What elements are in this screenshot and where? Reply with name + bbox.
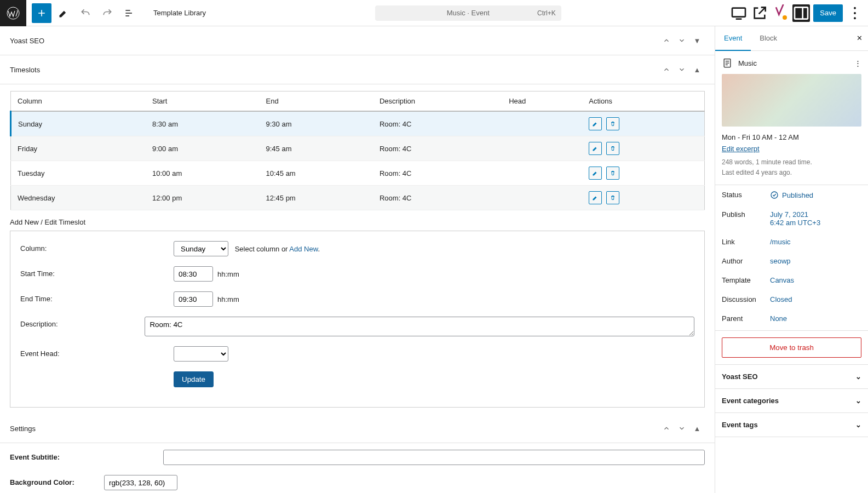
delete-row-button[interactable] xyxy=(606,117,619,130)
head-select[interactable] xyxy=(174,346,228,362)
cell-desc: Room: 4C xyxy=(373,111,502,136)
edit-excerpt-link[interactable]: Edit excerpt xyxy=(722,145,760,153)
undo-button[interactable] xyxy=(76,3,95,23)
page-icon xyxy=(722,58,733,68)
cell-end: 10:45 am xyxy=(259,161,372,186)
yoast-icon[interactable] xyxy=(772,4,789,22)
meta-words: 248 words, 1 minute read time. xyxy=(722,157,861,168)
chevron-down-icon[interactable] xyxy=(674,33,689,48)
publish-value[interactable]: July 7, 20216:42 am UTC+3 xyxy=(770,210,820,227)
bgcolor-label: Background Color: xyxy=(10,475,104,486)
template-library-link[interactable]: Template Library xyxy=(153,9,206,17)
column-select[interactable]: Sunday xyxy=(174,241,228,256)
view-button[interactable] xyxy=(730,4,748,22)
table-row[interactable]: Friday 9:00 am 9:45 am Room: 4C xyxy=(11,136,705,161)
start-input[interactable] xyxy=(174,266,213,282)
add-block-button[interactable] xyxy=(32,3,51,23)
table-row[interactable]: Wednesday 12:00 pm 12:45 pm Room: 4C xyxy=(11,186,705,210)
tab-event[interactable]: Event xyxy=(715,26,751,51)
sidebar: Event Block ✕ Music ⋮ Mon - Fri 10 AM - … xyxy=(715,26,868,493)
chevron-up-icon[interactable] xyxy=(659,33,674,48)
chevron-up-icon[interactable] xyxy=(659,62,674,77)
cell-start: 10:00 am xyxy=(146,161,259,186)
cell-column: Friday xyxy=(11,136,146,161)
edit-button[interactable] xyxy=(54,3,73,23)
save-button[interactable]: Save xyxy=(813,4,843,22)
template-key: Template xyxy=(722,276,770,284)
svg-point-2 xyxy=(783,15,787,20)
accordion-yoast[interactable]: Yoast SEO⌄ xyxy=(715,365,868,389)
excerpt-text: Mon - Fri 10 AM - 12 AM xyxy=(722,133,861,141)
yoast-panel-title: Yoast SEO xyxy=(10,37,44,45)
settings-panel-header: Settings ▲ xyxy=(0,414,715,443)
svg-point-4 xyxy=(854,7,856,9)
discussion-value[interactable]: Closed xyxy=(770,295,792,303)
collapse-icon[interactable]: ▼ xyxy=(689,33,705,48)
bgcolor-input[interactable] xyxy=(104,475,177,490)
subtitle-input[interactable] xyxy=(163,450,705,465)
topbar: Template Library Music · Event Ctrl+K Sa… xyxy=(0,0,868,26)
table-row[interactable]: Sunday 8:30 am 9:30 am Room: 4C xyxy=(11,111,705,136)
cell-column: Wednesday xyxy=(11,186,146,210)
update-button[interactable]: Update xyxy=(174,371,214,387)
collapse-icon[interactable]: ▲ xyxy=(689,421,705,436)
timeslots-table: Column Start End Description Head Action… xyxy=(10,91,705,210)
close-icon[interactable]: ✕ xyxy=(851,26,868,50)
yoast-panel-header: Yoast SEO ▼ xyxy=(0,26,715,55)
svg-rect-1 xyxy=(732,8,745,16)
cell-start: 9:00 am xyxy=(146,136,259,161)
sidebar-title: Music xyxy=(738,59,757,67)
chevron-down-icon: ⌄ xyxy=(855,421,861,429)
cell-desc: Room: 4C xyxy=(373,161,502,186)
delete-row-button[interactable] xyxy=(606,142,619,155)
edit-row-button[interactable] xyxy=(589,191,602,204)
cell-desc: Room: 4C xyxy=(373,186,502,210)
command-search[interactable]: Music · Event Ctrl+K xyxy=(375,5,561,21)
tab-block[interactable]: Block xyxy=(751,26,786,50)
th-head: Head xyxy=(502,91,582,112)
status-value[interactable]: Published xyxy=(770,191,813,199)
chevron-up-icon[interactable] xyxy=(659,421,674,436)
wordpress-logo[interactable] xyxy=(0,0,26,26)
table-row[interactable]: Tuesday 10:00 am 10:45 am Room: 4C xyxy=(11,161,705,186)
author-value[interactable]: seowp xyxy=(770,257,791,265)
cell-column: Sunday xyxy=(11,111,146,136)
trash-button[interactable]: Move to trash xyxy=(722,337,861,358)
chevron-down-icon[interactable] xyxy=(674,62,689,77)
sidebar-toggle-button[interactable] xyxy=(792,4,810,22)
subtitle-label: Event Subtitle: xyxy=(10,450,163,461)
head-label: Event Head: xyxy=(20,346,174,358)
column-hint: Select column or Add New. xyxy=(235,245,320,253)
main-content: Yoast SEO ▼ Timeslots ▲ Column Start End… xyxy=(0,26,715,493)
redo-button[interactable] xyxy=(97,3,117,23)
parent-value[interactable]: None xyxy=(770,314,787,323)
collapse-icon[interactable]: ▲ xyxy=(689,62,705,77)
end-input[interactable] xyxy=(174,291,213,307)
svg-point-6 xyxy=(854,17,856,19)
outline-button[interactable] xyxy=(119,3,139,23)
cell-column: Tuesday xyxy=(11,161,146,186)
chevron-down-icon[interactable] xyxy=(674,421,689,436)
add-new-link[interactable]: Add New xyxy=(289,245,318,253)
search-title: Music · Event xyxy=(447,9,490,17)
cell-end: 12:45 pm xyxy=(259,186,372,210)
check-circle-icon xyxy=(770,191,779,199)
edit-row-button[interactable] xyxy=(589,167,602,180)
featured-image[interactable] xyxy=(722,74,861,127)
edit-row-button[interactable] xyxy=(589,142,602,155)
desc-input[interactable]: Room: 4C xyxy=(145,317,694,336)
cell-end: 9:45 am xyxy=(259,136,372,161)
delete-row-button[interactable] xyxy=(606,191,619,204)
template-value[interactable]: Canvas xyxy=(770,276,794,284)
more-icon[interactable]: ⋮ xyxy=(854,59,861,67)
add-edit-title: Add New / Edit Timeslot xyxy=(10,218,705,226)
accordion-tags[interactable]: Event tags⌄ xyxy=(715,413,868,437)
delete-row-button[interactable] xyxy=(606,167,619,180)
cell-head xyxy=(502,161,582,186)
external-link-button[interactable] xyxy=(751,4,768,22)
more-button[interactable] xyxy=(846,4,864,22)
link-value[interactable]: /music xyxy=(770,238,791,246)
edit-row-button[interactable] xyxy=(589,117,602,130)
accordion-categories[interactable]: Event categories⌄ xyxy=(715,389,868,413)
parent-key: Parent xyxy=(722,314,770,323)
